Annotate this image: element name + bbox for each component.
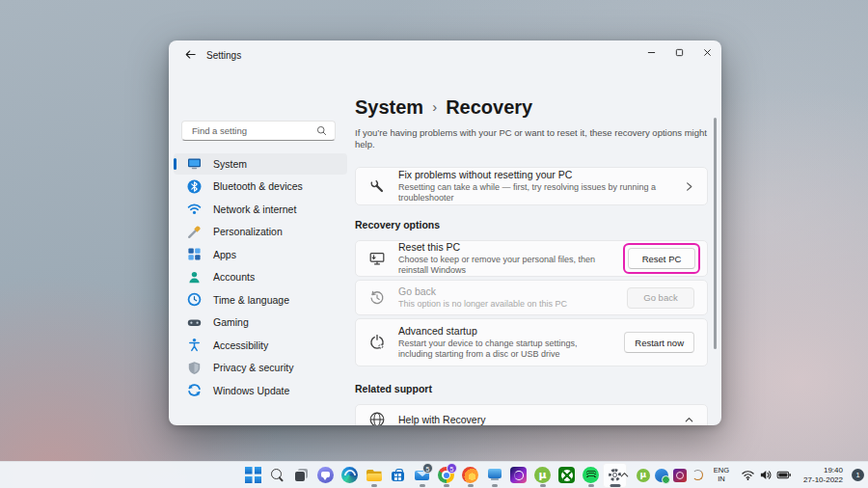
taskbar-file-explorer-button[interactable]	[362, 463, 386, 488]
advanced-startup-card: Advanced startup Restart your device to …	[355, 318, 708, 366]
sidebar-item-system[interactable]: System	[174, 153, 347, 175]
minimize-button[interactable]	[637, 41, 665, 64]
sidebar-item-personalization[interactable]: Personalization	[174, 221, 347, 242]
start-icon	[245, 467, 261, 483]
taskbar-spotify-button[interactable]	[579, 463, 603, 488]
sidebar-item-time-language[interactable]: Time & language	[174, 289, 347, 311]
running-indicator	[420, 484, 425, 487]
sidebar-item-accounts[interactable]: Accounts	[174, 266, 347, 287]
desktop: Settings System Bluetooth & devices	[0, 0, 868, 488]
bluetooth-icon	[187, 179, 202, 194]
taskbar-clipchamp-button[interactable]	[506, 463, 530, 488]
taskbar-firefox-button[interactable]	[458, 463, 482, 488]
sidebar-item-label: Privacy & security	[213, 362, 293, 373]
taskbar-start-button[interactable]	[241, 463, 265, 488]
taskbar-edge-button[interactable]	[338, 463, 362, 488]
privacy-icon	[187, 361, 202, 375]
help-with-recovery-card[interactable]: Help with Recovery	[355, 404, 708, 425]
notification-badge[interactable]: 1	[852, 469, 864, 481]
go-back-card: Go back This option is no longer availab…	[355, 280, 708, 315]
settings-sidebar: System Bluetooth & devices Network & int…	[169, 69, 352, 425]
sidebar-item-privacy-security[interactable]: Privacy & security	[174, 357, 347, 378]
taskbar-pinned: 55	[241, 462, 627, 488]
running-indicator	[492, 484, 498, 487]
firefox-icon	[462, 467, 478, 483]
sidebar-item-windows-update[interactable]: Windows Update	[174, 380, 347, 401]
taskbar-utorrent-button[interactable]	[530, 463, 555, 488]
search-icon	[269, 467, 285, 483]
window-controls	[637, 41, 721, 64]
status-icons[interactable]	[738, 469, 795, 481]
display-app-icon	[486, 467, 502, 483]
taskbar-mail-button[interactable]: 5	[410, 463, 434, 488]
taskbar-store-button[interactable]	[386, 463, 410, 488]
apps-icon	[187, 247, 202, 261]
sidebar-item-apps[interactable]: Apps	[174, 244, 347, 265]
network-icon	[187, 202, 202, 216]
tray-chevron-button[interactable]	[617, 465, 632, 486]
language-indicator[interactable]: ENG IN	[710, 467, 733, 483]
card-title: Fix problems without resetting your PC	[398, 169, 671, 181]
breadcrumb-system[interactable]: System	[355, 95, 423, 119]
sidebar-item-accessibility[interactable]: Accessibility	[174, 335, 347, 356]
tray-media-app-icon[interactable]	[673, 469, 687, 482]
globe-icon	[368, 411, 386, 425]
back-button[interactable]	[178, 46, 202, 66]
recovery-options-heading: Recovery options	[355, 219, 708, 230]
search-input[interactable]	[190, 124, 316, 137]
go-back-icon	[368, 289, 386, 307]
tray-hidden-icons	[637, 469, 705, 482]
card-desc: Restart your device to change startup se…	[398, 339, 611, 360]
wrench-icon	[368, 177, 386, 195]
restart-now-button[interactable]: Restart now	[624, 332, 694, 353]
taskbar-chrome-button[interactable]: 5	[434, 463, 458, 488]
chevron-up-icon	[684, 415, 694, 425]
fix-problems-card[interactable]: Fix problems without resetting your PC R…	[355, 167, 708, 205]
taskbar-display-app-button[interactable]	[482, 463, 506, 488]
xbox-icon	[558, 467, 575, 483]
sidebar-item-network-internet[interactable]: Network & internet	[174, 199, 347, 220]
go-back-button: Go back	[627, 287, 694, 309]
time: 19:40	[824, 466, 843, 475]
taskbar-search-button[interactable]	[265, 463, 289, 488]
chevron-up-icon	[619, 467, 630, 484]
maximize-icon	[675, 43, 684, 61]
window-scrollbar[interactable]	[714, 118, 718, 349]
system-tray: ENG IN 19:40 27-10-2022 1	[617, 462, 864, 488]
taskbar-xbox-button[interactable]	[555, 463, 579, 488]
battery-icon	[776, 470, 792, 480]
sidebar-item-label: Windows Update	[213, 385, 289, 396]
time-language-icon	[187, 292, 202, 307]
annotation-highlight-box: Reset PC	[623, 243, 700, 274]
clock[interactable]: 19:40 27-10-2022	[800, 466, 847, 484]
sidebar-item-label: System	[213, 158, 247, 170]
sidebar-item-label: Time & language	[213, 294, 289, 306]
volume-icon	[759, 469, 773, 481]
tray-defender-icon[interactable]	[655, 469, 668, 482]
reset-pc-button[interactable]: Reset PC	[628, 248, 695, 269]
sidebar-item-gaming[interactable]: Gaming	[174, 312, 347, 333]
language-line2: IN	[718, 475, 725, 484]
taskbar-chat-button[interactable]	[313, 463, 338, 488]
chat-icon	[317, 467, 334, 483]
maximize-button[interactable]	[665, 41, 693, 64]
close-button[interactable]	[693, 41, 721, 64]
card-desc: Resetting can take a while — first, try …	[398, 182, 671, 203]
tray-sync-icon[interactable]	[692, 469, 705, 482]
page-subtitle: If you’re having problems with your PC o…	[355, 127, 708, 150]
reset-pc-icon	[368, 250, 386, 267]
notification-count-badge: 5	[422, 463, 433, 474]
sidebar-item-bluetooth-devices[interactable]: Bluetooth & devices	[174, 176, 347, 197]
tray-utorrent-icon[interactable]	[637, 469, 650, 482]
reset-pc-text: Reset this PC Choose to keep or remove y…	[398, 241, 610, 276]
wifi-icon	[741, 469, 755, 481]
taskbar: 55 ENG IN 19:40 27-10-2022 1	[0, 461, 868, 488]
taskbar-task-view-button[interactable]	[289, 463, 313, 488]
search-box[interactable]	[181, 121, 336, 141]
sidebar-item-label: Network & internet	[213, 203, 296, 215]
sidebar-item-label: Accessibility	[213, 339, 268, 351]
sidebar-nav: System Bluetooth & devices Network & int…	[174, 151, 347, 402]
accounts-icon	[187, 270, 202, 285]
search-icon	[316, 125, 327, 136]
fix-problems-text: Fix problems without resetting your PC R…	[398, 169, 671, 203]
